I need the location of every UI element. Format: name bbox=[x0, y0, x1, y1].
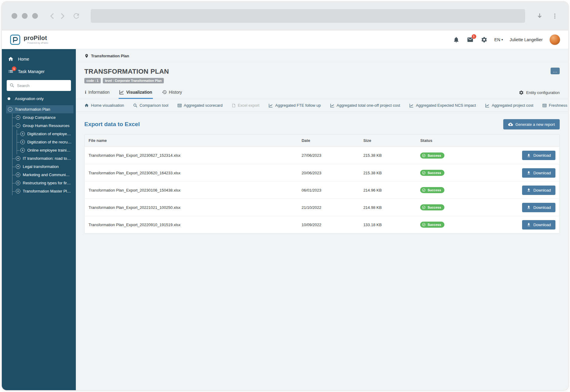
column-header-status: Status bbox=[420, 138, 521, 143]
table-row: Transformation Plan_Export_20221021_1002… bbox=[85, 199, 559, 216]
tree-item[interactable]: + Restructuring types for firms bbox=[12, 179, 73, 187]
subtab-label: Aggregated FTE follow up bbox=[275, 103, 321, 108]
logo-tagline: Powered by dFakto bbox=[27, 42, 48, 44]
back-button[interactable] bbox=[47, 11, 57, 21]
entity-configuration-button[interactable]: Entity configuration bbox=[519, 86, 560, 99]
tree-item-label: Digitization of the recruit... bbox=[27, 140, 72, 144]
settings-gear-icon[interactable] bbox=[481, 36, 488, 43]
tab-information[interactable]: i Information bbox=[84, 86, 110, 99]
info-icon: i bbox=[85, 90, 86, 95]
gears-icon bbox=[519, 90, 524, 95]
tree-item[interactable]: + Legal transformation bbox=[12, 162, 73, 171]
status-badge: Success bbox=[420, 152, 444, 159]
window-dot[interactable] bbox=[12, 13, 17, 19]
expand-toggle-icon[interactable]: + bbox=[16, 115, 20, 120]
tree-item-label: Online employee training ... bbox=[27, 148, 72, 152]
generate-report-button[interactable]: Generate a new report bbox=[503, 119, 560, 129]
tree-item[interactable]: + Digitization of the recruit... bbox=[17, 138, 73, 146]
window-dot[interactable] bbox=[22, 13, 28, 19]
download-button[interactable]: Download bbox=[522, 203, 555, 212]
task-manager-badge: 1 bbox=[12, 66, 16, 71]
subtab-label: Aggregated project cost bbox=[492, 103, 533, 108]
subtab-aggregated-scorecard[interactable]: Aggregated scorecard bbox=[177, 103, 223, 108]
sidebar-item-task-manager[interactable]: 1 Task Manager bbox=[2, 65, 76, 78]
subtab-freshness-of-data-project[interactable]: Freshness of data - Project bbox=[542, 103, 568, 108]
subtab-aggregated-fte-follow-up[interactable]: Aggregated FTE follow up bbox=[268, 103, 321, 108]
tree-item-label: Group Human Ressources bbox=[23, 123, 69, 128]
expand-toggle-icon[interactable]: + bbox=[20, 132, 25, 136]
tree-item[interactable]: + Marketing and Communicati... bbox=[12, 171, 73, 179]
download-page-icon[interactable] bbox=[536, 12, 543, 20]
expand-toggle-icon[interactable]: + bbox=[16, 181, 20, 185]
subtab-aggregated-project-cost[interactable]: Aggregated project cost bbox=[485, 103, 533, 108]
tree-item-label: Digitization of employees ... bbox=[27, 132, 72, 136]
tree-item[interactable]: − Transformation Plan bbox=[6, 105, 73, 113]
tree-item[interactable]: + Digitization of employees ... bbox=[17, 130, 73, 138]
tree-item[interactable]: + Online employee training ... bbox=[17, 146, 73, 154]
home-icon bbox=[8, 56, 14, 62]
more-actions-button[interactable]: ... bbox=[551, 68, 560, 74]
forward-button[interactable] bbox=[57, 11, 68, 21]
expand-toggle-icon[interactable]: − bbox=[8, 107, 12, 112]
expand-toggle-icon[interactable]: − bbox=[16, 123, 20, 128]
expand-toggle-icon[interactable]: + bbox=[16, 173, 20, 177]
tree-group: + Group Compliance − Group Human Ressour… bbox=[12, 113, 73, 195]
cloud-upload-icon bbox=[508, 122, 513, 127]
download-button[interactable]: Download bbox=[522, 186, 555, 195]
propilot-logo[interactable]: proPilot Powered by dFakto bbox=[10, 34, 48, 45]
address-bar[interactable] bbox=[91, 9, 525, 23]
size-cell: 215.38 KB bbox=[363, 171, 420, 175]
assignation-only-toggle[interactable]: Assignation only bbox=[2, 93, 76, 103]
user-name[interactable]: Juliette Langellier bbox=[510, 37, 543, 42]
subtab-home-visualisation[interactable]: Home visualisation bbox=[84, 103, 124, 108]
tree-item[interactable]: − Group Human Ressources bbox=[12, 122, 73, 130]
subtab-excel-export[interactable]: Excel export bbox=[232, 103, 260, 108]
expand-toggle-icon[interactable]: + bbox=[16, 156, 20, 161]
messages-envelope-icon[interactable]: 1 bbox=[467, 36, 474, 43]
expand-toggle-icon[interactable]: + bbox=[16, 164, 20, 169]
table-icon bbox=[177, 103, 182, 108]
subtab-comparison-tool[interactable]: Comparison tool bbox=[133, 103, 168, 108]
subtab-aggregated-total-one-off-project-cost[interactable]: Aggregated total one-off project cost bbox=[330, 103, 400, 108]
status-badge-label: Success bbox=[427, 188, 441, 192]
export-table: File name Date Size Status Transformatio… bbox=[84, 134, 560, 233]
location-pin-icon bbox=[84, 54, 89, 58]
expand-toggle-icon[interactable]: + bbox=[20, 140, 25, 144]
tree-item[interactable]: + Group Compliance bbox=[12, 113, 73, 122]
language-selector[interactable]: EN ▾ bbox=[494, 37, 503, 42]
breadcrumb[interactable]: Transformation Plan bbox=[76, 49, 568, 62]
subtab-aggregated-expected-ncs-impact[interactable]: Aggregated Expected NCS impact bbox=[409, 103, 476, 108]
status-badge-label: Success bbox=[427, 206, 441, 209]
check-circle-icon bbox=[422, 171, 426, 175]
tab-visualization[interactable]: Visualization bbox=[119, 86, 153, 99]
browser-menu-icon[interactable] bbox=[551, 12, 558, 20]
expand-toggle-icon[interactable]: + bbox=[16, 189, 20, 193]
chart-icon bbox=[485, 103, 490, 108]
window-controls[interactable] bbox=[12, 13, 38, 19]
status-badge-label: Success bbox=[427, 154, 441, 157]
home-icon bbox=[84, 103, 89, 108]
breadcrumb-label: Transformation Plan bbox=[91, 54, 129, 58]
window-dot[interactable] bbox=[32, 13, 38, 19]
notifications-bell-icon[interactable] bbox=[453, 36, 460, 43]
status-badge: Success bbox=[420, 170, 444, 176]
tab-history[interactable]: History bbox=[161, 86, 183, 99]
tab-label: Information bbox=[88, 90, 110, 95]
tree-item[interactable]: + IT transformation: road to 20... bbox=[12, 154, 73, 162]
user-avatar[interactable] bbox=[549, 34, 560, 45]
table-row: Transformation Plan_Export_20230627_1523… bbox=[85, 147, 559, 164]
download-button[interactable]: Download bbox=[522, 220, 555, 230]
column-header-date: Date bbox=[302, 138, 363, 143]
sidebar-item-home[interactable]: Home bbox=[2, 53, 76, 65]
file-name-cell: Transformation Plan_Export_20221021_1002… bbox=[85, 205, 302, 210]
expand-toggle-icon[interactable]: + bbox=[20, 148, 25, 152]
assignation-dot-icon bbox=[8, 97, 10, 100]
download-button[interactable]: Download bbox=[522, 151, 555, 160]
search-input[interactable] bbox=[7, 80, 71, 91]
table-icon bbox=[542, 103, 547, 108]
status-cell: Success bbox=[420, 222, 521, 228]
refresh-button[interactable] bbox=[71, 11, 82, 22]
check-circle-icon bbox=[422, 223, 426, 226]
download-button[interactable]: Download bbox=[522, 168, 555, 178]
tree-item[interactable]: + Transformation Master Plan -... bbox=[12, 187, 73, 195]
